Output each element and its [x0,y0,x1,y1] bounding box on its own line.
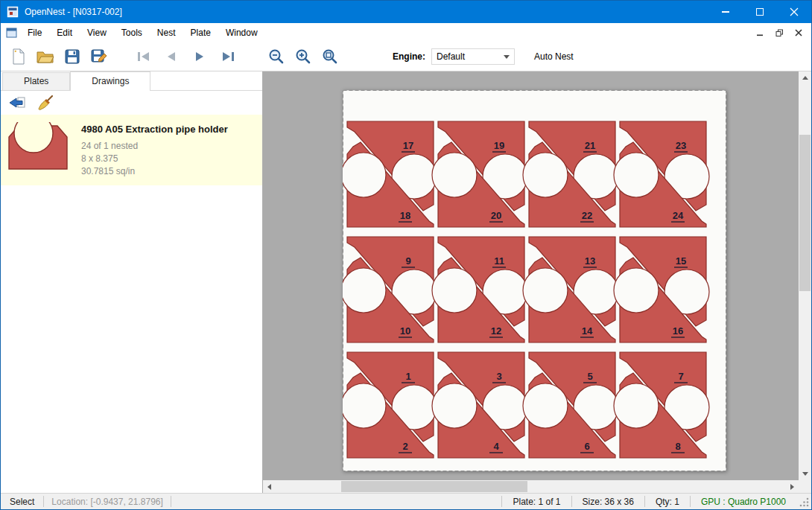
minimize-button[interactable] [708,1,743,23]
status-gpu: GPU : Quadro P1000 [691,497,796,507]
part-hole [614,383,659,428]
chevron-down-icon [504,55,510,59]
part-hole [614,153,659,197]
menu-plate[interactable]: Plate [183,23,218,42]
part-number: 20 [491,210,501,221]
mdi-restore-button[interactable] [773,27,786,39]
part-number: 17 [403,140,413,151]
zoom-fit-icon [322,48,338,65]
app-icon [7,6,19,18]
save-as-button[interactable] [86,44,112,69]
side-panel: Plates Drawings 4980 A05 Extraction pipe… [1,71,263,493]
main-toolbar: Engine: Default Auto Nest [1,42,811,71]
menu-nest[interactable]: Nest [150,23,183,42]
tab-drawings[interactable]: Drawings [70,71,150,91]
part-hole [614,268,659,313]
part-thumbnail [7,122,69,174]
part-number: 4 [493,441,499,452]
open-button[interactable] [32,44,59,69]
return-arrow-icon [8,96,26,109]
mdi-close-button[interactable] [792,27,805,39]
minimize-icon [756,29,764,36]
auto-nest-button[interactable]: Auto Nest [530,48,578,65]
status-plate: Plate: 1 of 1 [502,497,571,507]
part-hole [343,268,386,313]
previous-icon [168,52,175,61]
scroll-down-arrow[interactable] [799,468,811,480]
scroll-left-arrow[interactable] [263,480,276,493]
part-hole [523,383,568,428]
zoom-out-icon [268,48,285,65]
panel-toolbar [1,91,262,115]
new-button[interactable] [5,44,32,69]
save-floppy-icon [65,49,80,64]
zoom-fit-button[interactable] [317,44,343,69]
save-edit-icon [91,49,107,65]
status-location: Location: [-0.9437, 21.8796] [44,497,170,507]
menu-tools[interactable]: Tools [114,23,150,42]
part-hole [523,153,568,197]
new-page-icon [11,48,26,65]
horizontal-scrollbar[interactable] [263,480,799,493]
menu-window[interactable]: Window [218,23,265,42]
status-mode: Select [1,497,43,507]
resize-grip[interactable] [799,497,810,507]
part-number: 1 [405,371,410,382]
first-icon [138,52,140,61]
part-number: 15 [676,255,686,267]
part-number: 7 [678,371,683,382]
part-hole [523,268,568,313]
part-number: 14 [582,325,593,337]
status-bar: Select Location: [-0.9437, 21.8796] Plat… [1,493,811,509]
part-hole [432,383,477,428]
part-number: 10 [400,325,410,337]
return-part-button[interactable] [7,93,28,112]
part-hole [343,383,386,428]
previous-plate-button[interactable] [157,44,185,69]
engine-select[interactable]: Default [431,48,515,65]
vertical-scroll-thumb[interactable] [799,135,811,291]
first-plate-button[interactable] [129,44,157,69]
zoom-in-icon [295,48,311,65]
status-size: Size: 36 x 36 [572,497,644,507]
nesting-canvas[interactable]: 17 18 19 20 21 22 23 [263,71,799,480]
engine-selected-value: Default [437,51,504,62]
part-number: 8 [675,441,680,452]
clear-nest-button[interactable] [35,93,56,112]
close-icon [795,29,802,36]
maximize-icon [756,8,764,16]
zoom-out-button[interactable] [263,44,290,69]
mdi-minimize-button[interactable] [753,27,767,39]
close-button[interactable] [777,1,811,23]
menu-bar: File Edit View Tools Nest Plate Window [1,23,811,42]
title-bar: OpenNest - [N0317-002] [1,1,811,23]
save-button[interactable] [59,44,86,69]
tab-plates[interactable]: Plates [2,72,70,90]
menu-view[interactable]: View [80,23,114,42]
part-hole [432,153,477,197]
drawing-list-item[interactable]: 4980 A05 Extraction pipe holder 24 of 1 … [1,115,262,185]
scrollbar-corner [799,480,811,493]
part-number: 23 [676,140,686,151]
vertical-scrollbar[interactable] [799,71,811,480]
horizontal-scroll-thumb[interactable] [341,481,527,492]
last-plate-button[interactable] [214,44,242,69]
part-number: 2 [402,441,407,452]
next-plate-button[interactable] [185,44,214,69]
part-number: 21 [585,140,595,151]
last-icon [223,52,230,61]
scroll-up-arrow[interactable] [799,71,811,84]
scroll-right-arrow[interactable] [786,480,799,493]
part-hole [432,268,477,313]
menu-file[interactable]: File [20,23,49,42]
maximize-button[interactable] [743,1,777,23]
panel-tabstrip: Plates Drawings [1,71,262,91]
broom-icon [37,95,54,111]
document-icon[interactable] [6,28,17,38]
plate-view[interactable]: 17 18 19 20 21 22 23 [343,90,726,471]
zoom-in-button[interactable] [290,44,317,69]
open-folder-icon [37,49,54,64]
part-number: 6 [584,441,589,452]
status-qty: Qty: 1 [645,497,690,507]
menu-edit[interactable]: Edit [49,23,80,42]
